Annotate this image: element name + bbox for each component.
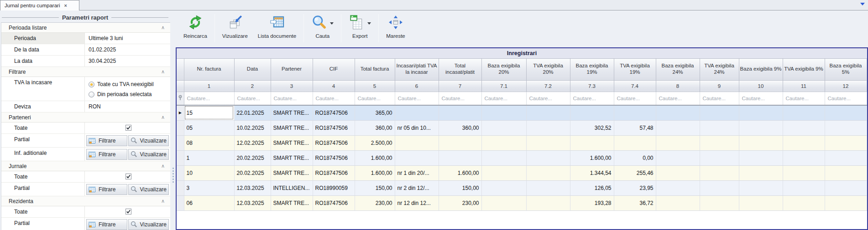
cell-baza9[interactable] [739, 105, 783, 120]
column-number-tva19[interactable]: 7.4 [614, 80, 656, 92]
vizualizare-button[interactable]: Vizualizare [128, 135, 169, 146]
cell-baza19[interactable]: 193,28 [570, 195, 614, 210]
cell-baza5[interactable] [825, 150, 867, 165]
cell-partener[interactable]: SMART TRE... [271, 135, 313, 150]
cell-tva9[interactable] [783, 105, 825, 120]
filter-cell-baza19[interactable]: Cautare... [570, 92, 614, 105]
cell-baza5[interactable] [825, 195, 867, 210]
cell-total_incasat[interactable]: 230,00 [439, 195, 481, 210]
column-header-data[interactable]: Data [234, 59, 271, 80]
column-number-baza9[interactable]: 10 [739, 80, 783, 92]
radio-icon[interactable] [89, 92, 94, 97]
collapse-chevron-icon[interactable]: ∧ [161, 114, 165, 120]
filtrare-button[interactable]: Filtrare [86, 149, 127, 160]
cell-data[interactable]: 20.02.2025 [234, 165, 271, 180]
cell-cif[interactable]: RO18990059 [313, 180, 355, 195]
param-value[interactable]: Ultimele 3 luni [85, 33, 170, 44]
column-header-tva20[interactable]: TVA exigibila 20% [526, 59, 570, 80]
checkbox-toate[interactable] [125, 174, 131, 179]
cell-data[interactable]: 12.02.2025 [234, 135, 271, 150]
param-group-parteneri[interactable]: Parteneri∧ [1, 112, 170, 123]
column-number-cif[interactable]: 4 [313, 80, 355, 92]
cell-nr[interactable]: 15 [184, 105, 234, 120]
column-number-tva20[interactable]: 7.2 [526, 80, 570, 92]
cell-baza24[interactable] [656, 120, 700, 135]
vizualizare-button[interactable]: Vizualizare [128, 219, 169, 230]
filter-cell-nr[interactable]: Cautare... [184, 92, 234, 105]
cell-tva19[interactable] [614, 105, 656, 120]
cell-tva9[interactable] [783, 135, 825, 150]
cell-cif[interactable]: RO18747506 [313, 120, 355, 135]
column-header-cif[interactable]: CIF [313, 59, 355, 80]
cell-total_factura[interactable]: 1.600,00 [355, 150, 395, 165]
filter-cell-baza9[interactable]: Cautare... [739, 92, 783, 105]
dropdown-arrow-icon[interactable] [367, 22, 371, 25]
cell-baza24[interactable] [656, 150, 700, 165]
cell-incasari[interactable] [395, 135, 439, 150]
toolbar-mareste-button[interactable]: Mareste [381, 11, 410, 46]
cell-baza9[interactable] [739, 195, 783, 210]
column-header-baza9[interactable]: Baza exigibila 9% [739, 59, 783, 80]
cell-baza20[interactable] [481, 150, 526, 165]
cell-data[interactable]: 12.03.2025 [234, 180, 271, 195]
param-value[interactable]: 01.02.2025 [85, 44, 170, 55]
column-header-tva9[interactable]: TVA exigibila 9% [783, 59, 825, 80]
cell-tva20[interactable] [526, 135, 570, 150]
cell-tva19[interactable]: 57,48 [614, 120, 656, 135]
cell-baza19[interactable]: 126,05 [570, 180, 614, 195]
cell-baza9[interactable] [739, 135, 783, 150]
cell-tva9[interactable] [783, 180, 825, 195]
column-number-incasari[interactable]: 6 [395, 80, 439, 92]
column-number-partener[interactable]: 3 [271, 80, 313, 92]
cell-cif[interactable]: RO18747506 [313, 150, 355, 165]
column-header-nr[interactable]: Nr. factura [184, 59, 234, 80]
cell-partener[interactable]: SMART TRE... [271, 165, 313, 180]
cell-partener[interactable]: SMART TRE... [271, 195, 313, 210]
column-number-baza20[interactable]: 7.1 [481, 80, 526, 92]
param-group-perioada-listare[interactable]: Perioada listare∧ [1, 23, 170, 33]
cell-cif[interactable]: RO18747506 [313, 105, 355, 120]
cell-baza20[interactable] [481, 120, 526, 135]
column-header-partener[interactable]: Partener [271, 59, 313, 80]
toolbar-cauta-button[interactable]: Cauta [306, 11, 339, 46]
filter-cell-incasari[interactable]: Cautare... [395, 92, 439, 105]
cell-data[interactable]: 10.02.2025 [234, 120, 271, 135]
cell-total_factura[interactable]: 150,00 [355, 180, 395, 195]
cell-baza24[interactable] [656, 195, 700, 210]
cell-baza24[interactable] [656, 165, 700, 180]
param-value[interactable]: 30.04.2025 [85, 56, 170, 66]
cell-total_factura[interactable]: 365,00 [355, 105, 395, 120]
vizualizare-button[interactable]: Vizualizare [128, 184, 169, 195]
collapse-chevron-icon[interactable]: ∧ [161, 69, 165, 75]
cell-baza9[interactable] [739, 180, 783, 195]
column-number-data[interactable]: 2 [234, 80, 271, 92]
cell-tva24[interactable] [700, 105, 739, 120]
toolbar-export-button[interactable]: Export [344, 11, 376, 46]
cell-total_incasat[interactable] [439, 105, 481, 120]
filter-cell-tva9[interactable]: Cautare... [783, 92, 825, 105]
cell-partener[interactable]: SMART TRE... [271, 105, 313, 120]
column-header-tva19[interactable]: TVA exigibila 19% [614, 59, 656, 80]
tab-close-icon[interactable]: × [64, 3, 67, 8]
cell-incasari[interactable]: nr 1 din 20/... [395, 165, 439, 180]
cell-total_factura[interactable]: 360,00 [355, 120, 395, 135]
cell-tva19[interactable]: 0,00 [614, 150, 656, 165]
cell-tva24[interactable] [700, 135, 739, 150]
radio-option-toate-cu-tva-neexigibil[interactable]: Toate cu TVA neexigibil [89, 79, 168, 89]
filter-cell-data[interactable]: Cautare... [234, 92, 271, 105]
column-header-total_factura[interactable]: Total factura [355, 59, 395, 80]
cell-total_factura[interactable]: 230,00 [355, 195, 395, 210]
cell-tva24[interactable] [700, 195, 739, 210]
cell-data[interactable]: 22.01.2025 [234, 105, 271, 120]
cell-baza9[interactable] [739, 120, 783, 135]
toolbar-vizualizare-button[interactable]: Vizualizare [217, 11, 253, 46]
filter-cell-baza20[interactable]: Cautare... [481, 92, 526, 105]
cell-tva9[interactable] [783, 120, 825, 135]
cell-tva24[interactable] [700, 180, 739, 195]
cell-baza20[interactable] [481, 135, 526, 150]
cell-incasari[interactable]: nr 2 din 12/... [395, 180, 439, 195]
column-header-baza24[interactable]: Baza exigibila 24% [656, 59, 700, 80]
cell-baza19[interactable] [570, 135, 614, 150]
cell-tva24[interactable] [700, 165, 739, 180]
cell-nr[interactable]: 08 [184, 135, 234, 150]
